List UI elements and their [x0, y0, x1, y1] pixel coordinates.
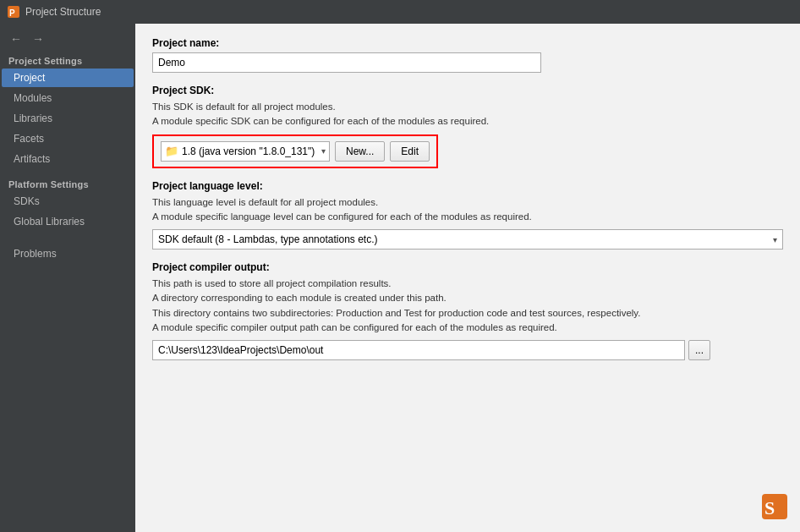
sdk-chevron-icon: ▾	[321, 146, 326, 156]
language-level-chevron-icon: ▾	[773, 235, 777, 244]
sidebar-item-global-libraries[interactable]: Global Libraries	[2, 212, 134, 231]
sdk-row: 📁 1.8 (java version "1.8.0_131") ▾ New..…	[152, 134, 438, 168]
language-level-value: SDK default (8 - Lambdas, type annotatio…	[158, 233, 771, 245]
sidebar-item-problems[interactable]: Problems	[2, 244, 134, 263]
sidebar-item-modules[interactable]: Modules	[2, 89, 134, 107]
title-bar: P Project Structure	[0, 0, 800, 24]
app-icon: P	[7, 5, 20, 19]
project-language-level-desc: This language level is default for all p…	[152, 195, 783, 225]
project-compiler-output-desc: This path is used to store all project c…	[152, 277, 783, 335]
svg-text:S: S	[764, 497, 775, 518]
sdk-folder-icon: 📁	[165, 145, 178, 157]
project-compiler-output-label: Project compiler output:	[152, 261, 783, 273]
project-sdk-label: Project SDK:	[152, 85, 783, 96]
sdk-value: 1.8 (java version "1.8.0_131")	[180, 145, 320, 157]
sidebar-item-project[interactable]: Project	[2, 69, 134, 87]
project-name-section: Project name:	[152, 37, 783, 73]
svg-text:P: P	[9, 8, 15, 18]
project-name-label: Project name:	[152, 37, 783, 49]
project-language-level-section: Project language level: This language le…	[152, 180, 783, 250]
project-sdk-section: Project SDK: This SDK is default for all…	[152, 85, 783, 168]
platform-settings-section-title: Platform Settings	[0, 174, 135, 191]
main-layout: ← → Project Settings Project Modules Lib…	[0, 24, 800, 532]
nav-back-button[interactable]: ←	[7, 30, 25, 47]
sidebar-item-sdks[interactable]: SDKs	[2, 192, 134, 211]
logo-watermark: S	[761, 493, 788, 520]
sidebar-item-libraries[interactable]: Libraries	[2, 109, 134, 128]
edit-sdk-button[interactable]: Edit	[390, 141, 430, 162]
project-compiler-output-section: Project compiler output: This path is us…	[152, 261, 783, 360]
window-title: Project Structure	[25, 6, 101, 18]
project-language-level-label: Project language level:	[152, 180, 783, 192]
sidebar-item-artifacts[interactable]: Artifacts	[2, 150, 134, 168]
browse-output-button[interactable]: ...	[688, 340, 710, 360]
sdk-selector[interactable]: 📁 1.8 (java version "1.8.0_131") ▾	[161, 141, 330, 162]
project-sdk-desc1: This SDK is default for all project modu…	[152, 100, 783, 129]
content-panel: Project name: Project SDK: This SDK is d…	[135, 24, 800, 532]
nav-forward-button[interactable]: →	[29, 30, 47, 47]
project-settings-section-title: Project Settings	[0, 51, 135, 68]
project-name-input[interactable]	[152, 52, 541, 73]
new-sdk-button[interactable]: New...	[335, 141, 385, 162]
sidebar-item-facets[interactable]: Facets	[2, 129, 134, 148]
language-level-selector[interactable]: SDK default (8 - Lambdas, type annotatio…	[152, 229, 783, 250]
nav-back-fwd: ← →	[0, 27, 135, 51]
output-path-input[interactable]	[152, 340, 685, 360]
sidebar: ← → Project Settings Project Modules Lib…	[0, 24, 135, 532]
output-path-row: ...	[152, 340, 783, 360]
